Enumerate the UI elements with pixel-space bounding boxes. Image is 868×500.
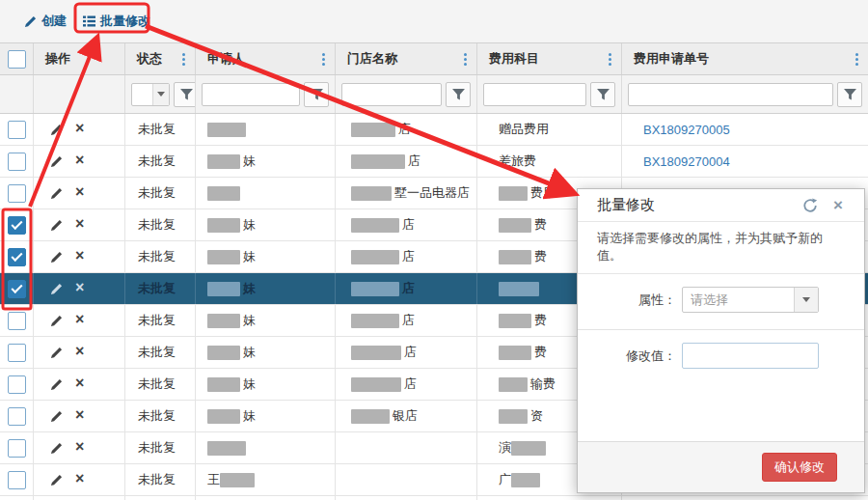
delete-icon[interactable]: × [75, 248, 84, 264]
edit-icon[interactable] [50, 410, 63, 423]
cell-申请人: 妹 [196, 241, 336, 272]
order-number-link[interactable]: BX1809270004 [643, 154, 730, 169]
cell-text: 墅一品电器店 [394, 184, 470, 202]
batch-edit-button[interactable]: 批量修改 [83, 13, 150, 30]
delete-icon[interactable]: × [75, 121, 84, 136]
row-checkbox[interactable] [8, 121, 26, 139]
cell-操作: × [34, 178, 125, 208]
value-input[interactable] [682, 343, 819, 369]
cell-checkbox [0, 241, 34, 272]
row-checkbox[interactable] [8, 280, 26, 298]
filter-input[interactable] [483, 83, 586, 106]
blur-redaction [351, 218, 399, 233]
cell-状态: 未批复 [125, 369, 196, 400]
delete-icon[interactable]: × [75, 471, 84, 486]
close-icon[interactable]: × [833, 197, 843, 213]
cell-checkbox [0, 496, 34, 500]
delete-icon[interactable]: × [75, 312, 84, 327]
edit-icon[interactable] [50, 155, 63, 168]
status-filter-dropdown[interactable] [131, 83, 170, 106]
delete-icon[interactable]: × [75, 184, 84, 200]
edit-icon[interactable] [50, 251, 63, 264]
cell-操作: × [34, 337, 125, 368]
blur-redaction [207, 346, 240, 360]
cell-操作: × [34, 432, 125, 463]
delete-icon[interactable]: × [75, 439, 84, 455]
filter-input[interactable] [202, 83, 300, 106]
delete-icon[interactable]: × [75, 216, 84, 232]
column-title: 费用科目 [489, 50, 539, 68]
blur-redaction [207, 409, 240, 424]
delete-icon[interactable]: × [75, 280, 84, 295]
column-menu-icon[interactable] [320, 51, 327, 68]
row-checkbox[interactable] [8, 248, 26, 266]
row-checkbox[interactable] [8, 375, 26, 394]
edit-icon[interactable] [50, 124, 63, 136]
column-menu-icon[interactable] [607, 51, 613, 68]
cell-操作: × [34, 305, 125, 336]
edit-icon[interactable] [50, 187, 63, 200]
edit-icon[interactable] [50, 474, 63, 486]
column-menu-icon[interactable] [462, 51, 469, 68]
cell-门店名称: 店 [336, 114, 477, 145]
filter-funnel-button[interactable] [174, 82, 196, 107]
confirm-button[interactable]: 确认修改 [762, 453, 837, 482]
delete-icon[interactable]: × [75, 407, 84, 423]
blur-redaction [499, 346, 531, 360]
delete-icon[interactable]: × [75, 344, 84, 359]
column-menu-icon[interactable] [854, 51, 860, 68]
table-row[interactable] [0, 496, 868, 500]
filter-funnel-button[interactable] [446, 82, 471, 107]
blur-redaction [351, 186, 392, 201]
edit-icon[interactable] [50, 442, 63, 455]
cell-操作: × [34, 146, 125, 177]
row-checkbox[interactable] [8, 153, 26, 171]
column-menu-icon[interactable] [180, 51, 187, 68]
row-checkbox[interactable] [8, 216, 26, 235]
cell-门店名称: 银店 [336, 401, 477, 431]
cell-申请人: 妹 [196, 401, 336, 431]
row-checkbox[interactable] [8, 312, 26, 330]
cell-checkbox [0, 305, 34, 336]
row-checkbox[interactable] [8, 344, 26, 362]
cell-text: 店 [402, 280, 415, 297]
delete-icon[interactable]: × [75, 153, 84, 168]
cell-text: 广 [499, 471, 511, 488]
cell-申请人 [196, 432, 336, 463]
header-cell-操作: 操作 [34, 43, 125, 74]
row-checkbox[interactable] [8, 184, 26, 203]
cell-操作: × [34, 273, 125, 304]
refresh-icon[interactable] [802, 198, 818, 213]
blur-redaction [207, 154, 240, 169]
table-row[interactable]: ×未批复妹店差旅费BX1809270004 [0, 146, 868, 178]
filter-funnel-button[interactable] [837, 82, 862, 107]
delete-icon[interactable]: × [75, 375, 84, 391]
edit-icon[interactable] [50, 219, 63, 232]
edit-icon[interactable] [50, 378, 63, 391]
filter-funnel-button[interactable] [590, 82, 615, 107]
table-row[interactable]: ×未批复店赠品费用BX1809270005 [0, 114, 868, 146]
cell-checkbox [0, 114, 34, 145]
filter-input[interactable] [341, 83, 442, 106]
row-checkbox[interactable] [8, 439, 26, 458]
filter-input[interactable] [628, 83, 833, 106]
row-checkbox[interactable] [8, 407, 26, 426]
edit-icon[interactable] [50, 347, 63, 359]
cell-text: 妹 [243, 375, 256, 393]
edit-icon[interactable] [50, 283, 63, 295]
select-all-header-cell [0, 43, 34, 74]
row-checkbox[interactable] [8, 471, 26, 489]
create-button-label: 创建 [41, 13, 67, 30]
filter-funnel-button[interactable] [304, 82, 329, 107]
order-number-link[interactable]: BX1809270005 [643, 123, 730, 137]
cell-状态: 未批复 [125, 305, 196, 336]
column-title: 费用申请单号 [634, 50, 709, 68]
select-all-checkbox[interactable] [8, 50, 26, 69]
dialog-title: 批量修改 [597, 196, 787, 214]
cell-状态: 未批复 [125, 114, 196, 145]
create-button[interactable]: 创建 [24, 13, 67, 30]
status-text: 未批复 [138, 184, 176, 202]
attribute-select[interactable]: 请选择 [682, 287, 819, 313]
edit-icon[interactable] [50, 315, 63, 327]
batch-edit-button-label: 批量修改 [100, 13, 150, 30]
